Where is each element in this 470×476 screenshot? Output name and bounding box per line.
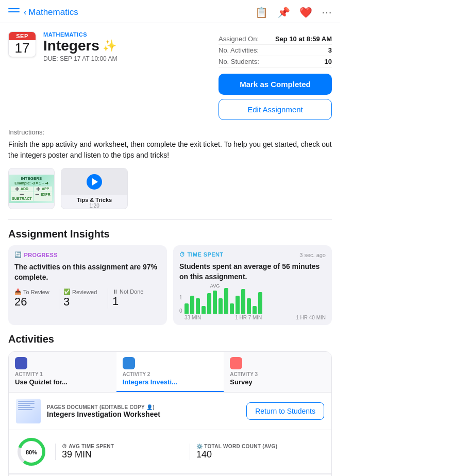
quizlet-icon — [15, 357, 27, 369]
bar-4 — [202, 306, 206, 314]
not-done-label: ⏸ Not Done — [112, 288, 153, 295]
back-button[interactable]: ‹ Mathematics — [24, 7, 78, 18]
time-spent-text: Students spent an average of 56 minutes … — [179, 262, 326, 282]
pin-icon[interactable]: 📌 — [277, 6, 290, 19]
progress-card: 🔄 PROGRESS The activities on this assign… — [8, 245, 167, 325]
top-nav: ‹ Mathematics 📋 📌 ❤️ ⋯ — [0, 0, 340, 23]
activity-1-name: Use Quizlet for... — [15, 378, 110, 386]
activities-card: ACTIVITY 1 Use Quizlet for... ACTIVITY 2… — [8, 351, 332, 476]
svg-text:80%: 80% — [26, 449, 37, 455]
avg-marker: AVG — [210, 283, 220, 288]
instructions-label: Instructions: — [8, 128, 332, 136]
bar-11 — [241, 289, 245, 314]
activity-2-name: Integers Investi... — [123, 378, 218, 386]
assignment-subject: MATHEMATICS — [43, 31, 210, 38]
attachments-row: INTEGERS Example: -3 = 1 + -4 ➕ ADD ➕ AP… — [0, 161, 340, 209]
share-icon[interactable]: 📋 — [255, 6, 268, 19]
instructions-section: Instructions: Finish the app activity an… — [0, 120, 340, 161]
assignment-header: SEP 17 MATHEMATICS Integers ✨ DUE: SEP 1… — [0, 23, 340, 120]
bars-container: 1 0 AVG — [179, 288, 326, 314]
time-spent-tag: ⏱ TIME SPENT — [179, 251, 223, 258]
play-button-icon — [87, 174, 102, 190]
time-spent-card: ⏱ TIME SPENT 3 sec. ago Students spent a… — [173, 245, 332, 325]
completion-donut: 80% — [16, 436, 47, 467]
assignment-name: Integers ✨ — [43, 38, 210, 54]
more-icon[interactable]: ⋯ — [322, 6, 332, 19]
back-label: Mathematics — [28, 7, 78, 18]
survey-icon — [230, 357, 242, 369]
poster-thumbnail: INTEGERS Example: -3 = 1 + -4 ➕ ADD ➕ AP… — [9, 175, 54, 203]
progress-tag: 🔄 PROGRESS — [14, 251, 161, 258]
doc-info: PAGES DOCUMENT (EDITABLE COPY 👤) Integer… — [47, 404, 240, 418]
bar-12 — [247, 298, 251, 314]
bar-13 — [253, 306, 257, 314]
tips-tricks-attachment[interactable]: Tips & Tricks 1:20 — [61, 168, 128, 209]
reviewed-label: ✅ Reviewed — [63, 288, 104, 295]
students-label: No. Students: — [219, 58, 259, 65]
edit-assignment-button[interactable]: Edit Assignment — [219, 99, 332, 120]
progress-text: The activities on this assignment are 97… — [14, 262, 161, 282]
activity-3-name: Survey — [230, 378, 325, 386]
stats-row: 80% ⏱ AVG TIME SPENT 39 MIN ⚙️ TOTAL WOR… — [9, 430, 331, 474]
calendar-month: SEP — [9, 32, 36, 40]
avg-time-stat: ⏱ AVG TIME SPENT 39 MIN — [55, 444, 190, 460]
progress-stats: 📥 To Review 26 ✅ Reviewed 3 ⏸ Not Done 1 — [14, 288, 161, 309]
bar-8 — [224, 288, 228, 314]
pages-icon — [123, 357, 135, 369]
chart-labels: 33 MIN 1 HR 7 MIN 1 HR 40 MIN — [179, 315, 326, 320]
sidebar-toggle[interactable] — [8, 8, 20, 16]
time-bar-chart: 1 0 AVG — [179, 288, 326, 319]
clock-small-icon: ⏱ — [62, 444, 67, 449]
bar-5 — [207, 293, 211, 314]
activities-value: 3 — [328, 46, 332, 54]
student-progress-header: Student Progress Total Word Count — [9, 474, 331, 476]
nav-left: ‹ Mathematics — [8, 7, 78, 18]
word-count-label: ⚙️ TOTAL WORD COUNT (AVG) — [196, 444, 318, 449]
heart-icon[interactable]: ❤️ — [299, 6, 312, 19]
video-thumbnail — [61, 168, 127, 195]
sparkle-icon: ✨ — [103, 39, 116, 53]
instructions-text: Finish the app activity and worksheet, t… — [8, 139, 332, 161]
to-review-value: 26 — [14, 295, 55, 309]
bar-6-avg: AVG — [213, 291, 217, 314]
assignment-meta: Assigned On: Sep 10 at 8:59 AM No. Activ… — [219, 31, 332, 120]
calendar-badge: SEP 17 — [8, 31, 36, 57]
bar-14 — [258, 292, 262, 314]
document-row: PAGES DOCUMENT (EDITABLE COPY 👤) Integer… — [9, 393, 331, 430]
time-spent-note: 3 sec. ago — [299, 252, 326, 258]
activity-tab-3[interactable]: ACTIVITY 3 Survey — [224, 352, 331, 392]
doc-name: Integers Investigation Worksheet — [47, 410, 240, 418]
insights-grid: 🔄 PROGRESS The activities on this assign… — [0, 245, 340, 325]
nav-icons: 📋 📌 ❤️ ⋯ — [255, 6, 332, 19]
bar-7 — [219, 298, 223, 314]
bar-9 — [230, 303, 234, 314]
activity-3-num: ACTIVITY 3 — [230, 371, 325, 377]
progress-icon: 🔄 — [14, 251, 22, 258]
doc-thumbnail — [16, 399, 41, 423]
insights-title: Assignment Insights — [0, 220, 340, 245]
assigned-on-row: Assigned On: Sep 10 at 8:59 AM — [219, 33, 332, 45]
activity-2-num: ACTIVITY 2 — [123, 371, 218, 377]
word-count-value: 140 — [196, 449, 318, 460]
activities-label: No. Activities: — [219, 46, 259, 54]
reviewed-stat: ✅ Reviewed 3 — [63, 288, 108, 309]
assignment-title-block: MATHEMATICS Integers ✨ DUE: SEP 17 AT 10… — [43, 31, 210, 62]
assigned-on-value: Sep 10 at 8:59 AM — [275, 35, 332, 43]
to-review-stat: 📥 To Review 26 — [14, 288, 59, 309]
activity-tab-1[interactable]: ACTIVITY 1 Use Quizlet for... — [9, 352, 116, 392]
activity-tabs: ACTIVITY 1 Use Quizlet for... ACTIVITY 2… — [9, 352, 331, 393]
integers-poster-attachment[interactable]: INTEGERS Example: -3 = 1 + -4 ➕ ADD ➕ AP… — [8, 168, 55, 209]
activity-1-num: ACTIVITY 1 — [15, 371, 110, 377]
to-review-label: 📥 To Review — [14, 288, 55, 295]
activities-row: No. Activities: 3 — [219, 45, 332, 56]
avg-time-label: ⏱ AVG TIME SPENT — [62, 444, 183, 449]
return-to-students-button[interactable]: Return to Students — [246, 402, 324, 420]
activity-tab-2[interactable]: ACTIVITY 2 Integers Investi... — [116, 352, 224, 392]
doc-tag: PAGES DOCUMENT (EDITABLE COPY 👤) — [47, 404, 240, 410]
activities-title: Activities — [8, 333, 332, 345]
students-row: No. Students: 10 — [219, 56, 332, 67]
mark-completed-button[interactable]: Mark as Completed — [219, 74, 332, 95]
assignment-left: SEP 17 MATHEMATICS Integers ✨ DUE: SEP 1… — [8, 31, 210, 120]
clock-icon: ⏱ — [179, 251, 185, 258]
word-count-stat: ⚙️ TOTAL WORD COUNT (AVG) 140 — [190, 444, 324, 460]
